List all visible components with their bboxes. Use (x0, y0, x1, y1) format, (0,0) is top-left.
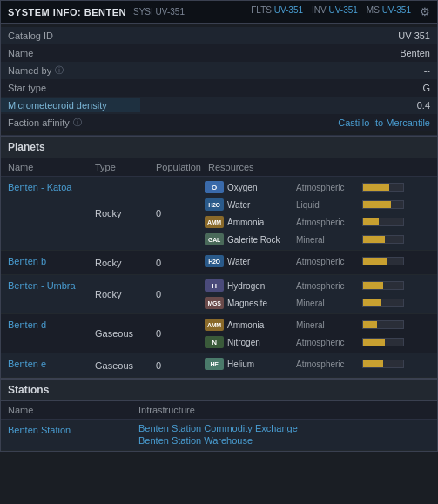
resource-bar-bg (362, 200, 404, 209)
resource-badge: H2O (205, 255, 224, 267)
resource-row: AMMAmmoniaMineral (205, 317, 434, 333)
stations-table-header: Name Infrastructure (1, 401, 437, 420)
planet-type-0: Rocky (88, 177, 149, 250)
planet-name-0[interactable]: Benten - Katoa (1, 177, 88, 250)
resource-name: Oxygen (227, 183, 293, 192)
resource-badge: N (205, 336, 224, 348)
planet-name-3[interactable]: Benten d (1, 314, 88, 353)
st-col-header-infra: Infrastructure (138, 405, 430, 415)
title-bar-right: FLTS UV-351 INV UV-351 MS UV-351 ⚙ (251, 5, 430, 18)
resource-badge: MGS (205, 297, 224, 309)
title-bar: SYSTEM INFO: BENTEN SYSI UV-351 FLTS UV-… (1, 1, 437, 24)
resource-bar-fill (363, 218, 379, 225)
resource-bar-fill (363, 201, 391, 208)
resource-type: Atmospheric (296, 281, 359, 291)
resource-type: Atmospheric (296, 360, 359, 369)
stations-section-header: Stations (1, 379, 437, 401)
planet-pop-0: 0 (149, 177, 201, 250)
resource-bar-bg (362, 218, 404, 226)
star-type-label: Star type (1, 81, 140, 95)
micrometeoroid-row: Micrometeoroid density 0.4 (1, 97, 437, 114)
planet-row: Benten - KatoaRocky0OOxygenAtmosphericH2… (1, 177, 437, 251)
resource-bar-bg (362, 320, 404, 329)
resource-bar-fill (363, 184, 389, 191)
sysi-label: SYSI UV-351 (133, 7, 185, 17)
catalog-id-row: Catalog ID UV-351 (1, 27, 437, 44)
planet-row: Benten dGaseous0AMMAmmoniaMineralNNitrog… (1, 314, 437, 353)
station-infra-link-0-1[interactable]: Benten Station Warehouse (138, 435, 430, 446)
gear-icon[interactable]: ⚙ (420, 5, 430, 18)
resource-bar-container (362, 320, 434, 329)
resource-bar-fill (363, 282, 383, 289)
resource-bar-bg (362, 281, 404, 290)
resource-row: H2OWaterAtmospheric (205, 253, 434, 269)
resource-name: Ammonia (227, 218, 293, 227)
resource-name: Hydrogen (227, 281, 293, 291)
star-type-row: Star type G (1, 79, 437, 97)
planet-pop-3: 0 (149, 314, 201, 353)
resource-type: Atmospheric (296, 257, 359, 266)
resource-badge: O (205, 181, 224, 193)
planet-name-2[interactable]: Benten - Umbra (1, 275, 88, 313)
flts-link[interactable]: FLTS UV-351 (251, 5, 303, 18)
named-by-row: Named by ⓘ -- (1, 62, 437, 79)
resource-type: Atmospheric (296, 183, 359, 192)
system-info-window: SYSTEM INFO: BENTEN SYSI UV-351 FLTS UV-… (0, 0, 438, 452)
resource-name: Magnesite (227, 299, 293, 308)
col-header-name: Name (8, 162, 95, 172)
catalog-id-value: UV-351 (140, 29, 437, 43)
resource-badge: AMM (205, 319, 224, 331)
resource-badge: H2O (205, 198, 224, 211)
planet-type-1: Rocky (88, 251, 149, 274)
faction-affinity-row: Faction affinity ⓘ Castillo-Ito Mercanti… (1, 114, 437, 131)
resource-row: NNitrogenAtmospheric (205, 334, 434, 350)
resource-bar-container (362, 200, 434, 209)
resource-row: HEHeliumAtmospheric (205, 356, 434, 372)
resource-row: OOxygenAtmospheric (205, 179, 434, 195)
station-infra-0: Benten Station Commodity ExchangeBenten … (131, 420, 437, 450)
planet-pop-1: 0 (149, 251, 201, 274)
resource-row: H2OWaterLiquid (205, 197, 434, 212)
resource-bar-container (362, 360, 434, 368)
planets-table-header: Name Type Population Resources (1, 158, 437, 177)
planet-name-4[interactable]: Benten e (1, 353, 88, 377)
col-header-population: Population (156, 162, 208, 172)
resource-row: GALGalerite RockMineral (205, 232, 434, 247)
planet-resources-4: HEHeliumAtmospheric (201, 353, 437, 377)
resource-row: HHydrogenAtmospheric (205, 278, 434, 293)
planet-row: Benten - UmbraRocky0HHydrogenAtmospheric… (1, 275, 437, 314)
catalog-id-label: Catalog ID (1, 29, 140, 43)
resource-type: Atmospheric (296, 218, 359, 227)
resource-name: Water (227, 200, 293, 210)
info-grid: Catalog ID UV-351 Name Benten Named by ⓘ… (1, 24, 437, 136)
resource-bar-bg (362, 360, 404, 368)
faction-info-icon[interactable]: ⓘ (73, 117, 82, 129)
resource-badge: HE (205, 358, 224, 370)
named-by-value: -- (140, 64, 437, 77)
resource-name: Ammonia (227, 320, 293, 330)
planet-resources-2: HHydrogenAtmosphericMGSMagnesiteMineral (201, 275, 437, 313)
resource-badge: AMM (205, 216, 224, 228)
resource-bar-container (362, 299, 434, 307)
ms-link[interactable]: MS UV-351 (367, 5, 411, 18)
resource-type: Atmospheric (296, 338, 359, 347)
planet-resources-0: OOxygenAtmosphericH2OWaterLiquidAMMAmmon… (201, 177, 437, 250)
name-label: Name (1, 46, 140, 60)
micrometeoroid-label: Micrometeoroid density (1, 98, 140, 112)
st-col-header-name: Name (8, 405, 138, 415)
inv-link[interactable]: INV UV-351 (312, 5, 358, 18)
planets-body: Benten - KatoaRocky0OOxygenAtmosphericH2… (1, 177, 437, 378)
resource-type: Mineral (296, 299, 359, 308)
micrometeoroid-value: 0.4 (140, 98, 437, 112)
resource-type: Mineral (296, 320, 359, 330)
resource-type: Liquid (296, 200, 359, 210)
planet-resources-3: AMMAmmoniaMineralNNitrogenAtmospheric (201, 314, 437, 353)
station-infra-link-0-0[interactable]: Benten Station Commodity Exchange (138, 423, 430, 433)
planet-pop-4: 0 (149, 353, 201, 377)
resource-name: Galerite Rock (227, 235, 293, 245)
planet-type-3: Gaseous (88, 314, 149, 353)
named-by-info-icon[interactable]: ⓘ (55, 64, 64, 77)
faction-affinity-value[interactable]: Castillo-Ito Mercantile (140, 116, 437, 130)
station-name-0[interactable]: Benten Station (1, 420, 131, 450)
planet-name-1[interactable]: Benten b (1, 251, 88, 274)
